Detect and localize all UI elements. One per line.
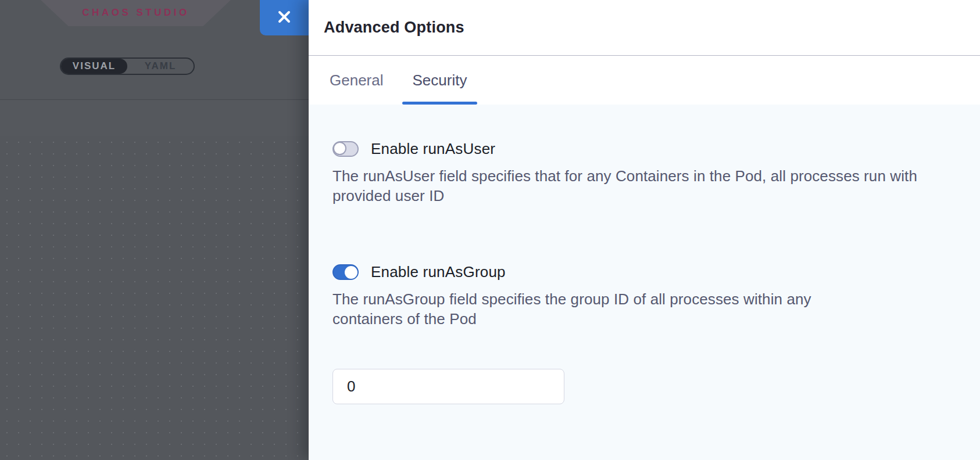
drawer-title: Advanced Options <box>324 19 464 37</box>
chaos-studio-canvas-overlay: CHAOS STUDIO VISUAL YAML <box>0 0 309 460</box>
enable-run-as-user-label: Enable runAsUser <box>371 140 495 158</box>
tab-security[interactable]: Security <box>402 56 478 105</box>
visual-tab[interactable]: VISUAL <box>61 59 127 74</box>
drawer-header: Advanced Options <box>309 0 980 56</box>
tab-security-label: Security <box>413 71 467 89</box>
drawer-tabbar: General Security <box>309 56 980 105</box>
run-as-user-description: The runAsUser field specifies that for a… <box>332 166 949 206</box>
yaml-tab[interactable]: YAML <box>127 59 194 74</box>
enable-run-as-group-toggle[interactable] <box>332 264 359 280</box>
enable-run-as-user-toggle[interactable] <box>332 141 359 157</box>
run-as-group-row: Enable runAsGroup <box>332 263 980 281</box>
visual-yaml-toggle[interactable]: VISUAL YAML <box>60 58 195 75</box>
dot-grid-canvas <box>0 136 309 460</box>
chaos-studio-header: CHAOS STUDIO <box>41 0 231 26</box>
toggle-knob <box>345 266 357 279</box>
tab-general[interactable]: General <box>319 56 394 105</box>
enable-run-as-group-label: Enable runAsGroup <box>371 263 506 281</box>
studio-toolbar <box>0 99 309 136</box>
chaos-studio-brand-label: CHAOS STUDIO <box>82 7 189 20</box>
active-tab-underline <box>402 102 478 105</box>
run-as-group-description: The runAsGroup field specifies the group… <box>332 289 885 329</box>
close-drawer-button[interactable] <box>260 0 309 35</box>
close-icon <box>277 9 292 26</box>
screen: CHAOS STUDIO VISUAL YAML Advanced Option… <box>0 0 980 460</box>
run-as-user-row: Enable runAsUser <box>332 140 980 158</box>
tab-general-label: General <box>330 71 384 89</box>
advanced-options-drawer: Advanced Options General Security Enable… <box>309 0 980 460</box>
security-tab-panel: Enable runAsUser The runAsUser field spe… <box>309 105 980 460</box>
toggle-knob <box>333 142 346 155</box>
run-as-group-value-input[interactable] <box>332 369 564 404</box>
